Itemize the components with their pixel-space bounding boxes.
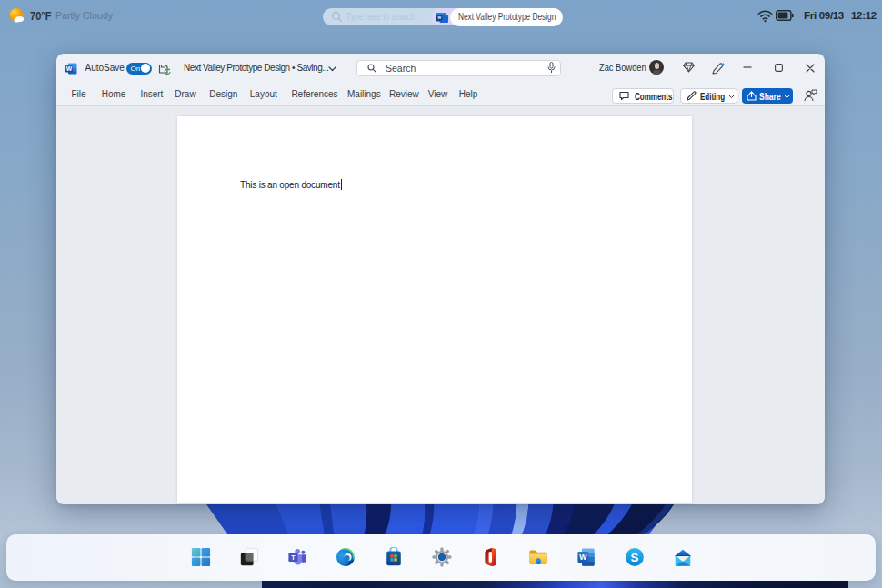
svg-text:W: W	[66, 65, 73, 72]
svg-text:S: S	[630, 551, 638, 564]
svg-text:w: w	[436, 15, 441, 20]
svg-text:T: T	[291, 554, 296, 562]
svg-text:W: W	[579, 553, 587, 562]
